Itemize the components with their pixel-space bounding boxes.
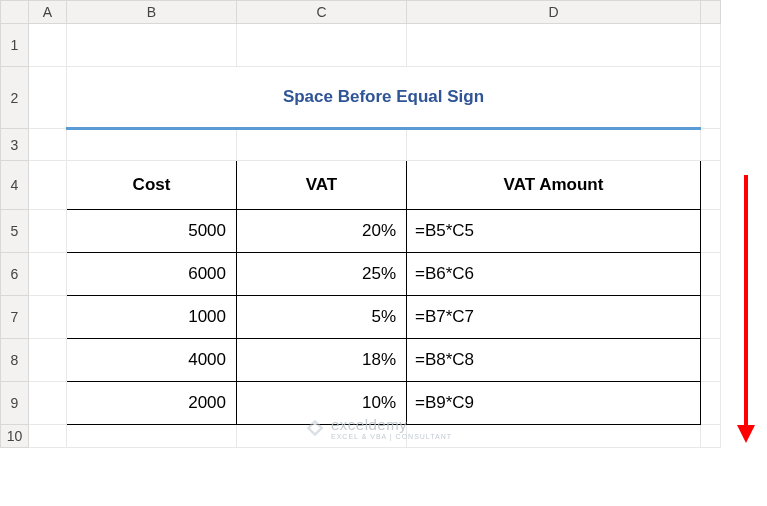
row-header-3[interactable]: 3 [1,129,29,161]
cell-vat-7[interactable]: 5% [237,296,407,339]
cell-A4[interactable] [29,161,67,210]
row-header-8[interactable]: 8 [1,339,29,382]
cell-cost-8[interactable]: 4000 [67,339,237,382]
cell-C3[interactable] [237,129,407,161]
cell-A2[interactable] [29,67,67,129]
cell-A6[interactable] [29,253,67,296]
cell-E8[interactable] [701,339,721,382]
cell-A7[interactable] [29,296,67,339]
cell-A3[interactable] [29,129,67,161]
cell-B10[interactable] [67,425,237,448]
table-row: 6 6000 25% =B6*C6 [1,253,721,296]
cell-cost-6[interactable]: 6000 [67,253,237,296]
watermark-tagline: EXCEL & VBA | CONSULTANT [331,433,452,440]
cell-E7[interactable] [701,296,721,339]
cell-E10[interactable] [701,425,721,448]
cell-C1[interactable] [237,24,407,67]
cell-vat-5[interactable]: 20% [237,210,407,253]
cell-vat-8[interactable]: 18% [237,339,407,382]
logo-icon [305,418,325,438]
row-header-1[interactable]: 1 [1,24,29,67]
cell-cost-5[interactable]: 5000 [67,210,237,253]
row-header-5[interactable]: 5 [1,210,29,253]
cell-cost-9[interactable]: 2000 [67,382,237,425]
cell-A10[interactable] [29,425,67,448]
cell-vat-6[interactable]: 25% [237,253,407,296]
spreadsheet-grid: A B C D 1 2 Space Before Equal Sign 3 4 … [0,0,721,448]
cell-A5[interactable] [29,210,67,253]
cell-E2[interactable] [701,67,721,129]
title-cell[interactable]: Space Before Equal Sign [67,67,701,129]
cell-B3[interactable] [67,129,237,161]
cell-E1[interactable] [701,24,721,67]
cell-D1[interactable] [407,24,701,67]
table-row: 7 1000 5% =B7*C7 [1,296,721,339]
watermark: exceldemy EXCEL & VBA | CONSULTANT [305,416,452,440]
header-cost[interactable]: Cost [67,161,237,210]
cell-vat-amount-8[interactable]: =B8*C8 [407,339,701,382]
cell-A8[interactable] [29,339,67,382]
row-header-7[interactable]: 7 [1,296,29,339]
cell-E4[interactable] [701,161,721,210]
row-header-2[interactable]: 2 [1,67,29,129]
cell-vat-amount-7[interactable]: =B7*C7 [407,296,701,339]
arrow-down-icon [737,425,755,443]
header-vat[interactable]: VAT [237,161,407,210]
table-row: 5 5000 20% =B5*C5 [1,210,721,253]
row-header-6[interactable]: 6 [1,253,29,296]
row-header-4[interactable]: 4 [1,161,29,210]
cell-D3[interactable] [407,129,701,161]
cell-cost-7[interactable]: 1000 [67,296,237,339]
column-header-D[interactable]: D [407,1,701,24]
cell-vat-amount-5[interactable]: =B5*C5 [407,210,701,253]
cell-E3[interactable] [701,129,721,161]
column-header-blank [701,1,721,24]
cell-E6[interactable] [701,253,721,296]
row-header-9[interactable]: 9 [1,382,29,425]
cell-A9[interactable] [29,382,67,425]
cell-E9[interactable] [701,382,721,425]
header-vat-amount[interactable]: VAT Amount [407,161,701,210]
column-header-A[interactable]: A [29,1,67,24]
column-header-row: A B C D [1,1,721,24]
select-all-corner[interactable] [1,1,29,24]
cell-A1[interactable] [29,24,67,67]
cell-E5[interactable] [701,210,721,253]
table-row: 8 4000 18% =B8*C8 [1,339,721,382]
cell-vat-amount-6[interactable]: =B6*C6 [407,253,701,296]
watermark-brand: exceldemy [331,416,452,433]
arrow-down-annotation [739,175,753,445]
row-header-10[interactable]: 10 [1,425,29,448]
column-header-B[interactable]: B [67,1,237,24]
cell-B1[interactable] [67,24,237,67]
column-header-C[interactable]: C [237,1,407,24]
